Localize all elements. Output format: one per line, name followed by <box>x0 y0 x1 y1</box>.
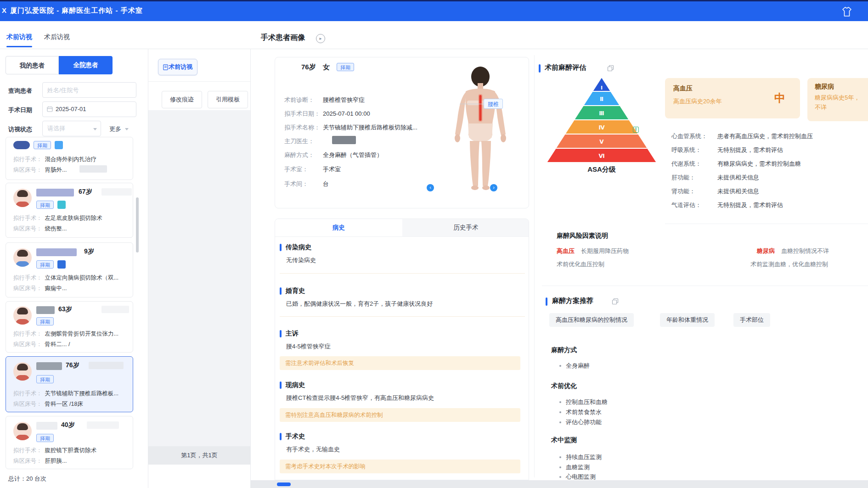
plan-title: 麻醉方案推荐 <box>552 297 593 305</box>
section-content: 腰椎CT检查提示腰4-5椎管狭窄，有高血压和糖尿病病史 <box>286 394 434 402</box>
patient-list-scrollbar[interactable] <box>136 197 139 252</box>
bed-label: 病区床号： <box>13 341 42 348</box>
risk-note-action: 术前优化血压控制 <box>557 260 604 269</box>
body-site-label[interactable]: 腰椎 <box>484 99 503 109</box>
copy-icon[interactable] <box>607 65 614 72</box>
tab-medical-history[interactable]: 病史 <box>275 219 402 236</box>
my-patients-button[interactable]: 我的患者 <box>6 56 59 74</box>
tab-surgical-history[interactable]: 历史手术 <box>402 219 529 236</box>
redacted-info <box>79 165 107 173</box>
pagination: 第1页，共1页 <box>148 446 250 465</box>
risk-factors-title: 麻醉风险因素说明 <box>557 232 608 240</box>
patient-age: 63岁 <box>58 305 72 314</box>
surgery-label: 拟行手术： <box>13 447 42 454</box>
section-content: 已婚，配偶健康状况一般，育有2子，孩子健康状况良好 <box>286 300 433 308</box>
portrait-age: 76岁 <box>301 63 316 72</box>
more-filters-button[interactable]: 更多 <box>109 125 121 133</box>
rotate-left-button[interactable]: ‹ <box>427 184 434 191</box>
bed-label: 病区床号： <box>13 167 42 173</box>
patient-card[interactable]: 63岁 择期 拟行手术：左侧髌骨骨折切开复位张力... 病区床号：骨科二... … <box>6 301 133 353</box>
risk-card-title: 糖尿病 <box>815 83 834 91</box>
plan-group-heading: 麻醉方式 <box>551 346 577 354</box>
anesthesia-workstation: X 厦门弘爱医院 - 麻醉医生工作站 - 手术室 术前访视 术后访视 我的患者 … <box>0 0 868 488</box>
risk-note: 糖尿病血糖控制情况不详 <box>757 247 829 255</box>
risk-note: 高血压长期服用降压药物 <box>557 247 629 255</box>
use-template-button[interactable]: 引用模板 <box>208 91 248 108</box>
search-input-field[interactable] <box>43 83 136 97</box>
visit-status-select[interactable]: 请选择 <box>42 121 101 136</box>
copy-icon[interactable] <box>612 298 619 305</box>
surgery-label: 拟行手术： <box>13 156 42 163</box>
field-value: 2025-07-01 00:00 <box>323 110 370 117</box>
bullet-dot <box>559 401 561 403</box>
field-value: 手术室 <box>323 166 341 173</box>
tab-postop-visit[interactable]: 术后访视 <box>44 33 70 41</box>
surgery-value: 混合痔外剥内扎治疗 <box>45 156 97 163</box>
play-icon[interactable]: ▸ <box>316 34 325 43</box>
asa-level-label: Ⅴ <box>599 139 604 145</box>
page-title: 手术患者画像 <box>261 33 305 43</box>
asa-current-marker: Ⅱ <box>633 127 639 133</box>
field-label: 手术室： <box>284 165 323 174</box>
patient-name-redacted <box>13 141 30 149</box>
preop-visit-button[interactable]: 术前访视 <box>158 59 197 75</box>
surgery-value: 左侧髌骨骨折切开复位张力... <box>45 331 118 337</box>
asa-caption: ASA分级 <box>574 165 629 174</box>
bed-value: 肝胆胰... <box>45 458 67 464</box>
field-value: 腰椎椎管狭窄症 <box>323 96 365 103</box>
system-row: 气道评估：无特别提及，需术前评估 <box>671 201 783 209</box>
plan-item: 持续血压监测 <box>566 453 602 461</box>
calendar-icon <box>47 106 53 112</box>
patient-name-redacted <box>36 189 74 196</box>
section-bar <box>280 433 282 440</box>
section-title: 传染病史 <box>280 243 311 252</box>
plan-item: 评估心肺功能 <box>566 418 602 426</box>
asa-pyramid: Ⅰ Ⅱ Ⅲ Ⅳ Ⅴ Ⅵ <box>547 77 657 163</box>
bullet-dot <box>559 456 561 458</box>
patient-name-redacted <box>36 248 77 256</box>
system-row: 肾功能：未提供相关信息 <box>671 187 759 196</box>
body-figure[interactable] <box>437 65 524 193</box>
bed-value: 烧伤整... <box>45 225 67 232</box>
rotate-right-button[interactable]: › <box>490 184 497 191</box>
bed-label: 病区床号： <box>13 458 42 464</box>
section-ai-note: 需考虑手术史对本次手术的影响 <box>280 460 520 473</box>
section-bar <box>280 287 282 295</box>
surgery-value: 关节镜辅助下腰椎后路椎板... <box>45 390 118 397</box>
patient-card[interactable]: 9岁 择期 拟行手术：立体定向脑病损切除术（双... 病区床号：癫痫中... <box>6 242 133 297</box>
risk-card-diabetes: 糖尿病 糖尿病病史5年，不详 <box>807 78 868 121</box>
bullet-dot <box>559 421 561 423</box>
visit-status-placeholder: 请选择 <box>43 125 65 132</box>
bed-value: 骨科二... / <box>45 341 70 348</box>
surgery-date-input[interactable]: 2025-07-01 <box>42 101 136 117</box>
patient-name-redacted <box>36 362 62 370</box>
all-patients-button[interactable]: 全院患者 <box>59 56 113 74</box>
asa-level-label: Ⅰ <box>601 85 603 90</box>
revision-trace-button[interactable]: 修改痕迹 <box>162 91 202 108</box>
patient-name-redacted <box>36 422 57 430</box>
horizontal-scrollbar[interactable] <box>277 482 291 486</box>
patient-card[interactable]: 67岁 择期 拟行手术：左足底皮肤病损切除术 病区床号：烧伤整... <box>6 183 133 238</box>
asa-level-label: Ⅲ <box>599 110 604 117</box>
patient-avatar <box>13 306 32 325</box>
field-value: 台 <box>323 180 329 187</box>
active-tab-underline <box>6 46 32 47</box>
elective-badge: 择期 <box>34 141 51 149</box>
plan-item: 血糖监测 <box>566 463 590 471</box>
patient-card[interactable]: 择期 拟行手术：混合痔外剥内扎治疗 病区床号：胃肠外... <box>6 137 133 180</box>
patient-card[interactable]: 40岁 择期 拟行手术：腹腔镜下胆囊切除术 病区床号：肝胆胰... <box>6 416 133 469</box>
section-title: 主诉 <box>280 329 299 338</box>
bullet-dot <box>559 466 561 468</box>
bed-value: 癫痫中... <box>45 285 67 292</box>
surgery-value: 立体定向脑病损切除术（双... <box>45 275 118 281</box>
spine-highlight <box>479 95 482 121</box>
system-row: 心血管系统：患者有高血压病史，需术前控制血压 <box>671 132 813 140</box>
surgery-value: 腹腔镜下胆囊切除术 <box>45 447 97 454</box>
tab-preop-visit[interactable]: 术前访视 <box>6 33 32 41</box>
patient-card-selected[interactable]: 76岁 择期 拟行手术：关节镜辅助下腰椎后路椎板... 病区床号：骨科一区 /1… <box>6 356 133 412</box>
patient-avatar <box>13 422 32 440</box>
elective-badge: 择期 <box>337 63 354 71</box>
search-input[interactable] <box>42 82 136 98</box>
uniform-icon[interactable] <box>841 6 852 18</box>
more-chevron-icon <box>125 128 129 130</box>
